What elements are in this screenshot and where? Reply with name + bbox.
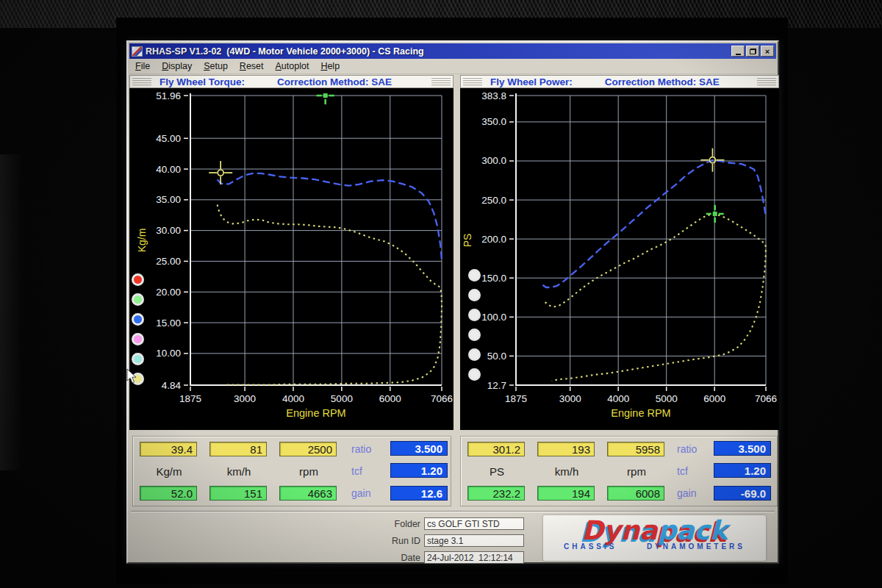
x-axis-title: Engine RPM	[611, 407, 670, 419]
svg-text:50.0: 50.0	[487, 351, 506, 362]
app-window: RHAS-SP V1.3-02 (4WD - Motor Vehicle 200…	[126, 40, 779, 564]
menu-item-setup[interactable]: Setup	[198, 60, 234, 73]
svg-text:4000: 4000	[607, 393, 629, 404]
restore-button[interactable]	[746, 46, 759, 57]
menu-item-display[interactable]: Display	[156, 60, 198, 73]
y-axis-title: Kg/m	[136, 229, 148, 253]
svg-text:25.00: 25.00	[156, 256, 181, 267]
run-id-label: Run ID	[378, 536, 420, 546]
run-button-blank-6[interactable]	[468, 368, 481, 381]
series-blue-run	[218, 173, 442, 260]
run-button-blank-5[interactable]	[468, 348, 481, 361]
run-button-green[interactable]	[132, 293, 144, 306]
menu-bar: FileDisplaySetupResetAutoplotHelp	[129, 59, 776, 74]
rpm-unit-label: rpm	[279, 465, 338, 478]
run-button-blank-2[interactable]	[468, 289, 481, 301]
run-button-cyan[interactable]	[132, 353, 144, 365]
bezel-reflection	[0, 154, 22, 470]
cursor-green-cursor[interactable]	[317, 93, 334, 104]
power-panel: Fly Wheel Power: Correction Method: SAE …	[460, 75, 779, 430]
ratio-value: 3.500	[390, 441, 448, 456]
menu-item-file[interactable]: File	[129, 60, 156, 73]
ratio-label: ratio	[677, 443, 712, 455]
svg-text:5000: 5000	[656, 393, 678, 404]
power-cursor2-speed: 194	[537, 486, 595, 501]
svg-text:250.0: 250.0	[481, 195, 506, 206]
svg-text:15.00: 15.00	[156, 318, 181, 329]
logo-tagline-chassis: CHASSIS	[564, 542, 617, 551]
y-axis: 383.8350.0300.0250.0200.0150.0100.050.01…	[481, 90, 514, 391]
menu-item-help[interactable]: Help	[315, 60, 345, 73]
svg-text:3000: 3000	[559, 393, 581, 404]
logo-tagline-dynamometers: DYNAMOMETERS	[647, 542, 745, 551]
minimize-button[interactable]	[731, 46, 745, 57]
torque-cursor1-rpm: 2500	[279, 442, 337, 456]
folder-field[interactable]	[424, 517, 524, 530]
run-button-blank-3[interactable]	[468, 309, 481, 321]
logo-tagline: CHASSIS DYNAMOMETERS	[543, 542, 766, 551]
svg-text:4.84: 4.84	[162, 380, 182, 391]
x-axis-title: Engine RPM	[286, 407, 345, 419]
logo-wordmark: Dynapack	[543, 516, 766, 545]
divider	[131, 511, 775, 512]
menu-item-reset[interactable]: Reset	[234, 60, 270, 73]
svg-text:100.0: 100.0	[481, 312, 506, 323]
folder-row: Folder	[378, 516, 524, 531]
svg-text:51.96: 51.96	[156, 90, 181, 101]
cursor-green-cursor[interactable]	[706, 205, 724, 223]
power-cursor1-rpm: 5958	[607, 442, 664, 456]
run-button-blue[interactable]	[132, 313, 144, 326]
power-unit-label: PS	[467, 465, 526, 478]
title-bar[interactable]: RHAS-SP V1.3-02 (4WD - Motor Vehicle 200…	[129, 43, 776, 59]
power-cursor2-value: 232.2	[467, 486, 525, 501]
app-icon	[132, 46, 143, 57]
tcf-label: tcf	[351, 465, 387, 477]
tcf-value: 1.20	[714, 463, 771, 478]
svg-text:300.0: 300.0	[481, 155, 506, 166]
logo-part-pack: pack	[657, 515, 727, 545]
svg-text:7066: 7066	[431, 393, 453, 404]
ratio-label: ratio	[351, 443, 387, 455]
torque-cursor1-speed: 81	[209, 442, 267, 456]
header-grip-icon	[757, 77, 776, 86]
dynapack-logo: Dynapack CHASSIS DYNAMOMETERS	[543, 515, 766, 561]
torque-cursor1-value: 39.4	[140, 442, 197, 456]
torque-readout-panel: 39.4 81 2500 Kg/m km/h rpm 52.0 151 4663…	[132, 436, 451, 506]
menu-item-autoplot[interactable]: Autoplot	[270, 60, 315, 73]
power-cursor1-value: 301.2	[467, 442, 525, 456]
date-field[interactable]	[424, 551, 524, 564]
gain-value: -69.0	[714, 486, 771, 501]
close-button[interactable]: ×	[761, 46, 774, 57]
run-button-pink[interactable]	[132, 333, 144, 345]
svg-text:1875: 1875	[179, 393, 201, 404]
svg-text:12.7: 12.7	[487, 380, 506, 391]
cursor-yellow-cursor[interactable]	[209, 161, 232, 184]
svg-text:6000: 6000	[379, 393, 401, 404]
svg-text:7066: 7066	[755, 393, 777, 404]
gain-label: gain	[677, 487, 712, 499]
header-grip-icon	[463, 77, 482, 86]
run-button-blank-4[interactable]	[468, 329, 481, 341]
svg-text:6000: 6000	[703, 393, 725, 404]
minimize-icon	[736, 54, 741, 55]
run-button-red[interactable]	[132, 273, 144, 286]
mouse-cursor	[126, 368, 138, 384]
tcf-label: tcf	[677, 465, 712, 477]
rpm-unit-label: rpm	[607, 465, 666, 478]
run-id-field[interactable]	[424, 534, 524, 547]
svg-text:150.0: 150.0	[481, 273, 506, 284]
svg-text:45.00: 45.00	[156, 133, 181, 144]
speed-unit-label: km/h	[209, 465, 268, 478]
svg-text:200.0: 200.0	[481, 234, 506, 245]
series-yellow-run	[218, 205, 442, 385]
monitor-screen: RHAS-SP V1.3-02 (4WD - Motor Vehicle 200…	[116, 18, 788, 584]
torque-chart-area: 51.9645.0040.0035.0030.0025.0020.0015.00…	[129, 88, 453, 430]
svg-text:20.00: 20.00	[156, 287, 181, 298]
tcf-value: 1.20	[390, 463, 448, 478]
torque-chart[interactable]: 51.9645.0040.0035.0030.0025.0020.0015.00…	[129, 88, 453, 430]
torque-panel: Fly Wheel Torque: Correction Method: SAE…	[129, 75, 453, 430]
power-chart[interactable]: 383.8350.0300.0250.0200.0150.0100.050.01…	[460, 88, 779, 430]
grid	[516, 96, 766, 385]
run-button-blank-1[interactable]	[468, 269, 481, 282]
torque-correction-method: Correction Method: SAE	[277, 76, 392, 87]
